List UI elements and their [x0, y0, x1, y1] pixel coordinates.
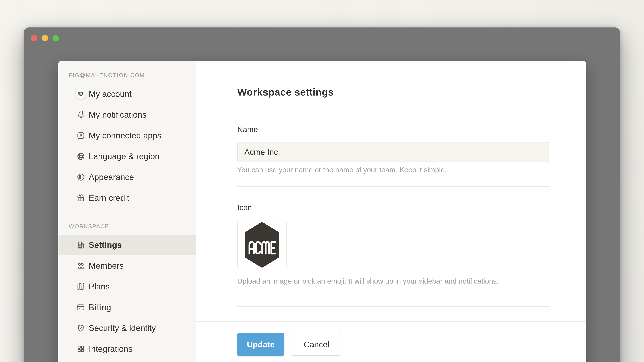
account-email-label: FIG@MAKENOTION.COM	[58, 68, 196, 82]
workspace-section-label: WORKSPACE	[58, 218, 196, 235]
sidebar-item-appearance[interactable]: Appearance	[58, 167, 196, 188]
divider	[237, 306, 550, 307]
name-help-text: You can use your name or the name of you…	[237, 164, 447, 175]
macos-window: FIG@MAKENOTION.COM	[24, 27, 620, 362]
dialog-footer: Update Cancel	[196, 321, 586, 362]
sidebar-item-label: Billing	[89, 303, 111, 312]
sidebar-item-label: My connected apps	[89, 131, 162, 140]
sidebar-item-settings[interactable]: Settings	[58, 235, 196, 255]
close-window-button[interactable]	[31, 35, 38, 41]
workspace-icon-tile[interactable]	[237, 221, 286, 269]
divider	[237, 186, 550, 187]
bell-icon	[76, 110, 86, 120]
sidebar-item-label: Integrations	[89, 344, 132, 354]
divider	[237, 111, 550, 111]
minimize-window-button[interactable]	[42, 35, 48, 41]
sidebar-item-label: Earn credit	[89, 193, 129, 203]
page-title: Workspace settings	[237, 86, 334, 98]
credit-card-icon	[76, 303, 86, 312]
globe-icon	[76, 151, 86, 161]
workspace-settings-dialog: FIG@MAKENOTION.COM	[58, 61, 586, 362]
sidebar-item-label: Appearance	[89, 172, 134, 182]
moon-icon	[76, 172, 86, 182]
update-button[interactable]: Update	[237, 333, 284, 356]
grid-icon	[76, 344, 86, 354]
sidebar-item-security-identity[interactable]: Security & identity	[58, 318, 196, 339]
sidebar-item-integrations[interactable]: Integrations	[58, 339, 196, 359]
settings-main-panel: Workspace settings Name You can use your…	[196, 61, 586, 362]
sidebar-item-earn-credit[interactable]: Earn credit	[58, 188, 196, 208]
shield-check-icon	[76, 323, 86, 333]
map-icon	[76, 282, 86, 292]
workspace-name-input[interactable]	[237, 142, 549, 162]
settings-sidebar: FIG@MAKENOTION.COM	[58, 61, 196, 362]
arrow-out-box-icon	[76, 131, 86, 140]
icon-field-label: Icon	[237, 203, 252, 212]
name-field-label: Name	[237, 125, 258, 134]
sidebar-item-billing[interactable]: Billing	[58, 297, 196, 318]
avatar-dog-icon	[76, 89, 86, 99]
sidebar-item-my-account[interactable]: My account	[58, 84, 196, 104]
acme-hexagon-logo	[244, 222, 280, 268]
sidebar-item-label: Settings	[89, 240, 122, 250]
sidebar-item-label: Members	[89, 261, 124, 271]
account-section-list: My account My notifications	[58, 84, 196, 208]
sidebar-item-label: My notifications	[89, 110, 146, 120]
zoom-window-button[interactable]	[52, 35, 59, 41]
building-icon	[76, 240, 86, 250]
cancel-button[interactable]: Cancel	[292, 333, 341, 356]
sidebar-item-label: My account	[89, 89, 132, 99]
traffic-lights	[31, 35, 59, 41]
sidebar-item-label: Security & identity	[89, 323, 156, 333]
icon-help-text: Upload an image or pick an emoji. It wil…	[237, 276, 498, 286]
people-icon	[76, 261, 86, 271]
sidebar-item-label: Language & region	[89, 151, 160, 161]
sidebar-item-my-connected-apps[interactable]: My connected apps	[58, 125, 196, 146]
gift-icon	[76, 193, 86, 203]
sidebar-item-language-region[interactable]: Language & region	[58, 146, 196, 167]
sidebar-item-plans[interactable]: Plans	[58, 276, 196, 297]
workspace-section-list: Settings Members	[58, 235, 196, 359]
sidebar-item-my-notifications[interactable]: My notifications	[58, 104, 196, 125]
sidebar-item-members[interactable]: Members	[58, 255, 196, 276]
sidebar-item-label: Plans	[89, 282, 110, 292]
